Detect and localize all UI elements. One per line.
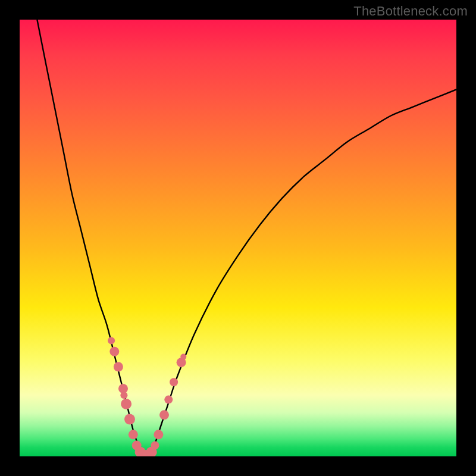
watermark-text: TheBottleneck.com: [353, 4, 468, 19]
chart-frame: TheBottleneck.com: [0, 0, 476, 476]
sample-points-group: [108, 337, 186, 457]
sample-point: [151, 441, 159, 450]
sample-point: [108, 337, 115, 345]
chart-svg: [20, 20, 456, 456]
sample-point: [124, 414, 135, 425]
plot-area: [20, 20, 456, 456]
sample-point: [170, 378, 178, 386]
sample-point: [164, 396, 173, 404]
sample-point: [129, 430, 138, 439]
sample-point: [159, 410, 169, 419]
sample-point: [180, 354, 186, 360]
sample-point: [154, 430, 163, 439]
sample-point: [109, 347, 119, 356]
sample-point: [121, 399, 131, 409]
sample-point: [114, 362, 123, 372]
sample-point: [120, 392, 127, 399]
bottleneck-curve: [37, 20, 456, 456]
